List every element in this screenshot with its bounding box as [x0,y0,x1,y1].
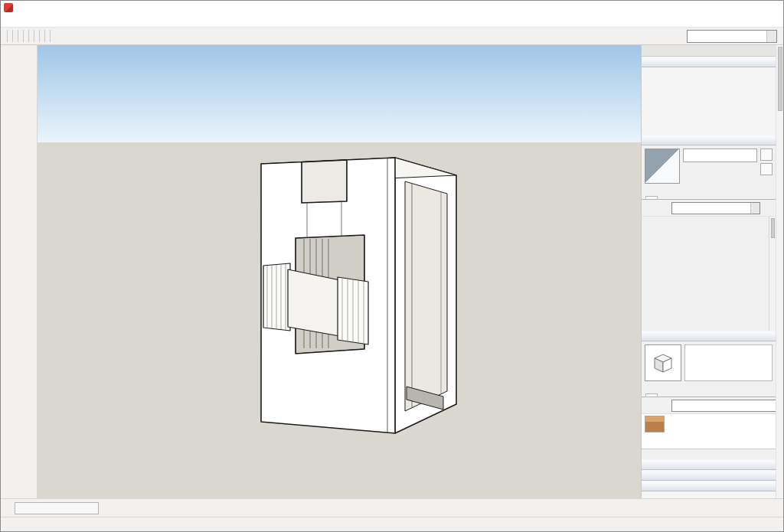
app-icon [4,3,13,12]
red-axis-dashed [38,324,108,354]
section-header-components[interactable] [642,331,776,341]
green-axis-dashed [38,354,108,364]
tab-select[interactable] [645,393,658,397]
menubar [1,15,783,27]
create-material-button[interactable] [760,163,773,175]
tray-title-bar [642,45,776,57]
default-tray-panel [641,45,776,498]
toolbar-separator [34,30,34,42]
instructor-body [642,491,776,498]
section-header-styles[interactable] [642,459,776,470]
toolbar-separator [7,30,8,42]
toolbar-separator [50,30,51,42]
component-thumbnail-icon [645,416,665,432]
toolbar-separator [44,30,45,42]
maximize-button[interactable] [739,1,761,15]
toolbar-separator [18,30,18,42]
measurements-bar [1,498,783,517]
viewport-drawing[interactable] [38,45,641,498]
material-preview-swatch[interactable] [645,149,680,184]
model-raspberry-pi-mount[interactable] [261,158,456,433]
materials-nav-row [642,200,776,216]
component-description-field[interactable] [684,344,773,381]
materials-tabs [642,187,776,200]
main-toolbar [1,27,783,45]
component-preview-row [642,341,776,384]
secondary-pane-button[interactable] [760,149,773,161]
section-header-shadows[interactable] [642,470,776,481]
window-controls [717,1,783,15]
toolbar-separator [23,30,24,42]
materials-grid [642,217,769,331]
scrollbar-thumb[interactable] [778,47,782,111]
tab-select[interactable] [645,196,658,199]
close-button[interactable] [761,1,783,15]
viewport-3d[interactable] [38,45,641,498]
components-nav-row [642,397,776,413]
blue-axis [75,45,108,354]
material-name-field[interactable] [683,149,757,162]
minimize-button[interactable] [717,1,739,15]
materials-scrollbar[interactable] [769,217,776,331]
large-tool-set [1,45,38,498]
layer-dropdown[interactable] [687,30,777,43]
tab-edit[interactable] [658,393,670,397]
measurements-input[interactable] [15,502,99,514]
section-header-instructor[interactable] [642,481,776,491]
toolbar-separator [39,30,40,42]
status-bar [1,517,783,531]
component-search-input[interactable] [675,401,776,410]
component-search-box[interactable] [671,400,776,412]
model-notch-back-wall [302,160,347,203]
scrollbar-thumb[interactable] [771,218,775,238]
chevron-down-icon [766,31,776,42]
components-list [642,413,776,449]
section-header-entity-info[interactable] [642,57,776,67]
titlebar [1,1,783,15]
tray-scrollbar[interactable] [776,45,783,498]
components-footer [642,449,776,459]
sketchup-window [0,0,784,532]
layer-toolbar [683,30,779,43]
toolbar-separator [12,30,13,42]
entity-info-body [642,67,776,135]
section-header-materials[interactable] [642,135,776,145]
blue-axis-dashed [108,354,112,387]
material-preview-row [642,145,776,187]
components-tabs [642,384,776,397]
component-preview-cube-icon [650,350,676,376]
toolbar-separator [28,30,29,42]
chevron-down-icon [750,203,760,214]
bracket-plate [288,269,344,337]
tab-edit[interactable] [658,196,670,199]
component-preview-thumbnail[interactable] [645,344,681,381]
list-item[interactable] [645,416,773,432]
tab-statistics[interactable] [670,393,682,397]
materials-collection-dropdown[interactable] [671,202,760,214]
